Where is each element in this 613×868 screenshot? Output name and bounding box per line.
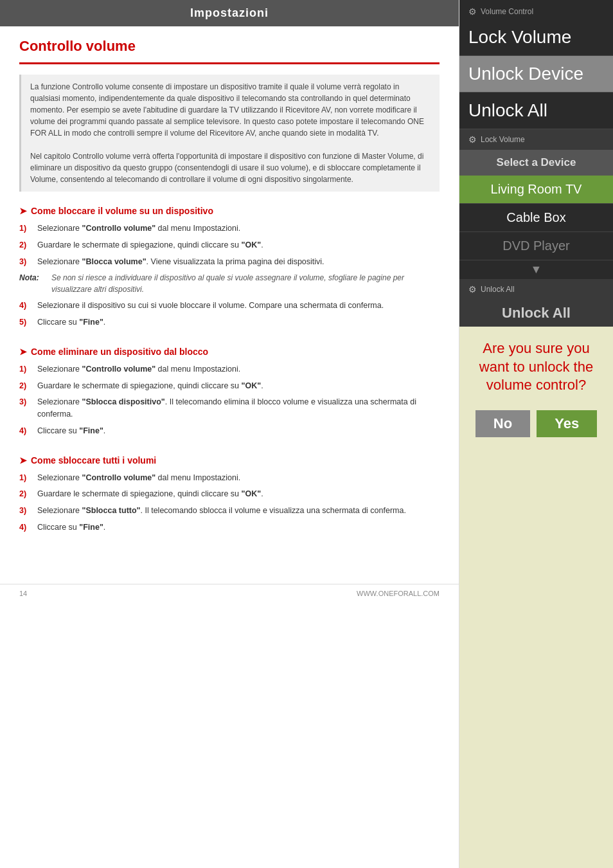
subsection-2-title: ➤ Come eliminare un dispositivo dal bloc…: [19, 347, 440, 357]
list-item: 5) Cliccare su "Fine".: [19, 316, 440, 329]
main-content: Impostazioni Controllo volume La funzion…: [0, 0, 459, 868]
gear-icon-1: ⚙: [468, 6, 477, 17]
arrow-icon-1: ➤: [19, 206, 27, 216]
intro-text: La funzione Controllo volume consente di…: [19, 75, 440, 192]
list-item: 3) Selezionare "Sblocca tutto". Il telec…: [19, 505, 440, 517]
sidebar-section-volume-control: ⚙ Volume Control Lock Volume Unlock Devi…: [459, 0, 613, 129]
page-number: 14: [19, 590, 27, 597]
list-item: 4) Cliccare su "Fine".: [19, 425, 440, 437]
content-body: Controllo volume La funzione Controllo v…: [0, 26, 459, 565]
list-item: 2) Guardare le schermate di spiegazione,…: [19, 380, 440, 392]
subsection-1: ➤ Come bloccare il volume su un disposit…: [19, 206, 440, 329]
section-divider: [19, 62, 440, 64]
unlock-all-header: ⚙ Unlock All: [459, 279, 613, 300]
list-item: 1) Selezionare "Controllo volume" dal me…: [19, 472, 440, 484]
subsection-1-title: ➤ Come bloccare il volume su un disposit…: [19, 206, 440, 216]
sidebar-lock-volume-header: ⚙ Lock Volume: [459, 129, 613, 150]
subsection-2: ➤ Come eliminare un dispositivo dal bloc…: [19, 347, 440, 437]
sidebar-device-cable-box[interactable]: Cable Box: [459, 204, 613, 232]
list-item: 1) Selezionare "Controllo volume" dal me…: [19, 363, 440, 375]
list-item: 3) Selezionare "Blocca volume". Viene vi…: [19, 256, 440, 268]
list-item-note: Nota: Se non si riesce a individuare il …: [19, 272, 440, 295]
list-item: 3) Selezionare "Sblocca dispositivo". Il…: [19, 396, 440, 420]
step-list-1: 1) Selezionare "Controllo volume" dal me…: [19, 222, 440, 329]
unlock-all-title: Unlock All: [459, 300, 613, 327]
list-item: 2) Guardare le schermate di spiegazione,…: [19, 239, 440, 251]
sidebar-lock-volume-item[interactable]: Lock Volume: [459, 19, 613, 56]
subsection-3-title: ➤ Come sbloccare tutti i volumi: [19, 455, 440, 466]
sidebar-device-living-room[interactable]: Living Room TV: [459, 176, 613, 204]
sidebar-volume-control-label: ⚙ Volume Control: [459, 0, 613, 19]
sidebar-unlock-device-item[interactable]: Unlock Device: [459, 56, 613, 93]
gear-icon-2: ⚙: [468, 134, 477, 145]
section-title: Controllo volume: [19, 38, 440, 55]
gear-icon-3: ⚙: [468, 284, 477, 294]
scroll-down-icon[interactable]: ▼: [459, 260, 613, 279]
sidebar-unlock-all-item[interactable]: Unlock All: [459, 93, 613, 129]
list-item: 4) Selezionare il dispositivo su cui si …: [19, 300, 440, 312]
page-footer: 14 WWW.ONEFORALL.COM: [0, 584, 459, 602]
arrow-icon-3: ➤: [19, 455, 27, 466]
page-title: Impostazioni: [190, 6, 269, 19]
unlock-confirm-buttons: No Yes: [459, 404, 613, 450]
step-list-3: 1) Selezionare "Controllo volume" dal me…: [19, 472, 440, 534]
page-header: Impostazioni: [0, 0, 459, 26]
yes-button[interactable]: Yes: [537, 410, 597, 437]
sidebar-device-dvd-player[interactable]: DVD Player: [459, 232, 613, 260]
subsection-3: ➤ Come sbloccare tutti i volumi 1) Selez…: [19, 455, 440, 534]
no-button[interactable]: No: [475, 410, 530, 437]
sidebar: ⚙ Volume Control Lock Volume Unlock Devi…: [459, 0, 613, 868]
step-list-2: 1) Selezionare "Controllo volume" dal me…: [19, 363, 440, 437]
list-item: 2) Guardare le schermate di spiegazione,…: [19, 488, 440, 500]
unlock-confirm-text: Are you sure you want to unlock the volu…: [459, 327, 613, 404]
sidebar-select-device-label: Select a Device: [459, 150, 613, 176]
list-item: 4) Cliccare su "Fine".: [19, 521, 440, 534]
sidebar-section-unlock-all: ⚙ Unlock All Unlock All Are you sure you…: [459, 279, 613, 868]
arrow-icon-2: ➤: [19, 347, 27, 357]
website-label: WWW.ONEFORALL.COM: [357, 590, 440, 597]
sidebar-section-select-device: ⚙ Lock Volume Select a Device Living Roo…: [459, 129, 613, 279]
list-item: 1) Selezionare "Controllo volume" dal me…: [19, 222, 440, 235]
